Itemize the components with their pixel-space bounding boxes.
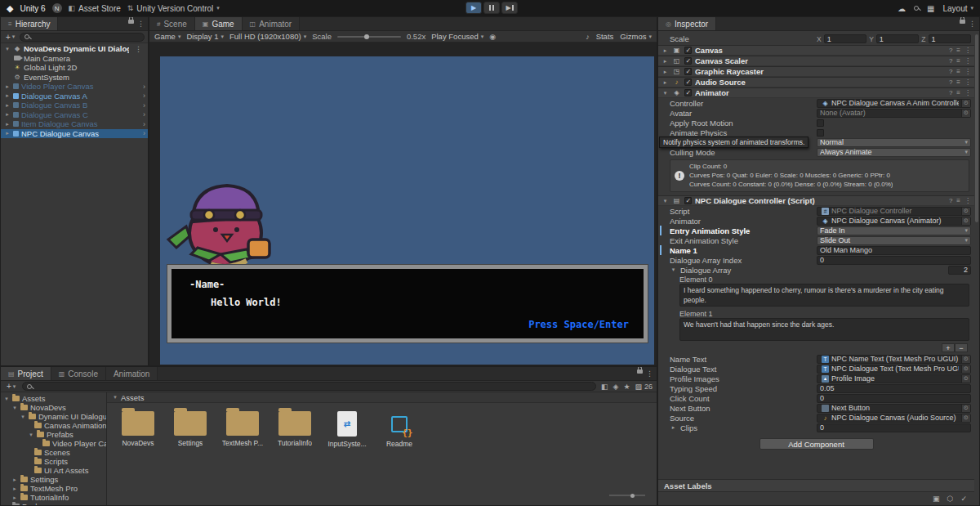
- enabled-checkbox[interactable]: [684, 78, 692, 86]
- help-icon[interactable]: ?: [949, 78, 952, 86]
- foldout-arrow[interactable]: ▸: [11, 477, 18, 483]
- object-picker-icon[interactable]: ⊙: [961, 375, 970, 383]
- foldout-arrow[interactable]: ▾: [28, 432, 34, 438]
- favorites-icon[interactable]: ★: [623, 383, 630, 391]
- assets-breadcrumb[interactable]: ▾Assets: [107, 392, 657, 403]
- foldout-arrow[interactable]: ▸: [4, 130, 11, 137]
- component-menu-icon[interactable]: ⋮: [964, 68, 971, 75]
- foldout-arrow[interactable]: ▾: [662, 198, 669, 204]
- add-component-button[interactable]: Add Component: [760, 438, 874, 450]
- typing-speed-field[interactable]: 0.05: [817, 384, 971, 393]
- scale-y-field[interactable]: 1: [876, 34, 919, 43]
- hidden-packages-count[interactable]: ▨26: [635, 383, 653, 391]
- tab-hierarchy[interactable]: ≡Hierarchy: [1, 17, 58, 30]
- dialogue-text-object-field[interactable]: TNPC Dialogue Text (Text Mesh Pro UGUI)⊙: [817, 365, 971, 374]
- enabled-checkbox[interactable]: [684, 197, 692, 204]
- tab-inspector[interactable]: ◎Inspector: [658, 17, 716, 30]
- enabled-checkbox[interactable]: [684, 89, 692, 96]
- foldout-arrow[interactable]: ▸: [4, 111, 11, 118]
- foldout-arrow[interactable]: ▸: [662, 79, 669, 86]
- tab-scene[interactable]: #Scene: [149, 17, 195, 30]
- slider-knob[interactable]: [630, 494, 635, 498]
- clips-size-field[interactable]: 0: [817, 423, 971, 432]
- foldout-arrow[interactable]: ▸: [662, 58, 669, 65]
- hierarchy-item-video-player-canvas[interactable]: ▸ Video Player Canvas ›: [1, 82, 148, 92]
- stats-button[interactable]: Stats: [596, 32, 614, 41]
- foldout-arrow[interactable]: ▸: [4, 102, 11, 109]
- object-picker-icon[interactable]: ⊙: [961, 356, 970, 363]
- apply-root-motion-checkbox[interactable]: [817, 119, 824, 127]
- scale-x-field[interactable]: 1: [824, 34, 866, 43]
- tree-item-dynamic-ui[interactable]: ▾Dynamic UI Dialogue Sy: [1, 412, 106, 421]
- tree-item-video-player-canvas[interactable]: Video Player Canv: [1, 439, 106, 448]
- animate-physics-checkbox[interactable]: [817, 129, 824, 137]
- hierarchy-item-item-dialogue-canvas[interactable]: ▸ Item Dialogue Canvas ›: [1, 119, 148, 129]
- prefab-open-arrow[interactable]: ›: [143, 120, 145, 128]
- hierarchy-item-npc-dialogue-canvas[interactable]: ▸ NPC Dialogue Canvas ›: [1, 129, 148, 139]
- lock-icon[interactable]: [637, 369, 643, 374]
- version-control-button[interactable]: ⇅Unity Version Control▾: [127, 4, 220, 13]
- entry-animation-dropdown[interactable]: Fade In▾: [817, 226, 971, 235]
- tree-item-scenes[interactable]: Scenes: [1, 448, 106, 457]
- asset-item-tutorialinfo[interactable]: TutorialInfo: [274, 411, 316, 447]
- profile-images-object-field[interactable]: ▲Profile Image⊙: [817, 374, 971, 383]
- enabled-checkbox[interactable]: [684, 47, 692, 54]
- icon-size-slider[interactable]: [609, 492, 645, 499]
- component-menu-icon[interactable]: ⋮: [964, 47, 971, 54]
- help-icon[interactable]: ?: [949, 57, 952, 65]
- object-picker-icon[interactable]: ⊙: [961, 217, 970, 225]
- hierarchy-item-main-camera[interactable]: Main Camera: [1, 54, 148, 64]
- preset-icon[interactable]: ≡: [956, 68, 960, 75]
- inspector-scrollbar[interactable]: [975, 34, 978, 222]
- object-picker-icon[interactable]: ⊙: [961, 414, 970, 422]
- asset-store-button[interactable]: ◧Asset Store: [69, 4, 121, 13]
- hierarchy-item-dialogue-canvas-a[interactable]: ▸ Dialogue Canvas A ›: [1, 92, 148, 101]
- tab-menu-icon[interactable]: ⋮: [643, 367, 657, 380]
- component-header-canvas[interactable]: ▸▣ Canvas ?≡⋮: [658, 45, 974, 56]
- services-icon[interactable]: ⬡: [947, 495, 954, 503]
- script-object-field[interactable]: #NPC Dialogue Controller⊙: [817, 207, 971, 216]
- preset-icon[interactable]: ≡: [956, 78, 960, 86]
- foldout-arrow[interactable]: ▸: [4, 121, 11, 128]
- object-picker-icon[interactable]: ⊙: [961, 365, 970, 373]
- animator-object-field[interactable]: ◈NPC Dialogue Canvas (Animator)⊙: [817, 217, 971, 226]
- hierarchy-item-eventsystem[interactable]: ⚙ EventSystem: [1, 73, 148, 83]
- preset-icon[interactable]: ≡: [956, 89, 960, 96]
- tree-item-tutorialinfo[interactable]: ▸TutorialInfo: [1, 493, 106, 502]
- pause-button[interactable]: [483, 2, 500, 14]
- tree-item-assets[interactable]: ▾Assets: [1, 394, 106, 403]
- foldout-arrow[interactable]: ▾: [11, 405, 18, 411]
- scene-menu-icon[interactable]: ⋮: [131, 45, 145, 53]
- preset-icon[interactable]: ≡: [956, 47, 960, 54]
- tree-item-prefabs[interactable]: ▾Prefabs: [1, 430, 106, 439]
- search-by-type-icon[interactable]: ◧: [601, 383, 608, 391]
- prefab-open-arrow[interactable]: ›: [143, 110, 145, 119]
- tree-item-settings[interactable]: ▸Settings: [1, 475, 106, 484]
- lock-icon[interactable]: [128, 20, 134, 24]
- element-0-text-field[interactable]: I heard something happened to cherry, ru…: [679, 284, 969, 307]
- tree-item-scripts[interactable]: Scripts: [1, 457, 106, 466]
- help-icon[interactable]: ?: [949, 89, 952, 96]
- array-remove-button[interactable]: −: [955, 343, 968, 352]
- prefab-open-arrow[interactable]: ›: [143, 83, 145, 91]
- tab-project[interactable]: ▤Project: [1, 367, 51, 380]
- hierarchy-item-dialogue-canvas-b[interactable]: ▸ Dialogue Canvas B ›: [1, 101, 148, 110]
- object-picker-icon[interactable]: ⊙: [961, 208, 970, 215]
- hierarchy-scene-row[interactable]: ▾ ◆ NovaDevs Dynamic UI Dialogue ⋮: [1, 44, 148, 54]
- asset-labels-header[interactable]: Asset Labels: [658, 479, 974, 491]
- help-icon[interactable]: ?: [949, 197, 952, 204]
- component-menu-icon[interactable]: ⋮: [964, 78, 971, 86]
- name-1-field[interactable]: Old Man Mango: [817, 246, 971, 255]
- view-mode-dropdown[interactable]: Game▾: [154, 32, 180, 41]
- foldout-arrow[interactable]: ▸: [662, 47, 669, 54]
- tree-item-packages[interactable]: ▸Packages: [1, 502, 106, 505]
- slider-knob[interactable]: [364, 34, 369, 39]
- foldout-arrow[interactable]: ▸: [11, 486, 18, 492]
- search-icon[interactable]: [914, 6, 919, 11]
- tree-item-ui-art-assets[interactable]: UI Art Assets: [1, 466, 106, 475]
- tab-console[interactable]: ▥Console: [51, 367, 106, 380]
- tab-menu-icon[interactable]: ⋮: [965, 17, 979, 30]
- create-asset-button[interactable]: +▾: [5, 382, 17, 391]
- enabled-checkbox[interactable]: [684, 68, 692, 75]
- tab-game[interactable]: ▣Game: [195, 17, 243, 30]
